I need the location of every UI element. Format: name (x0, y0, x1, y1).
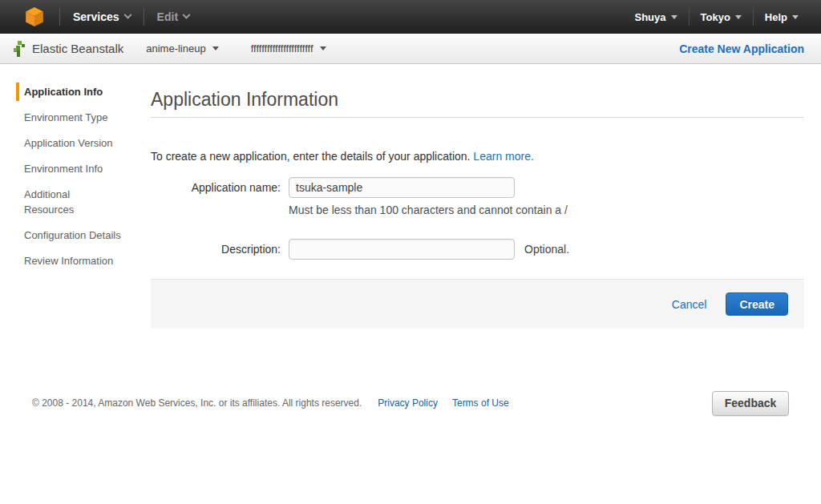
application-name-help-text: Must be less than 100 characters and can… (289, 204, 568, 216)
application-dropdown[interactable]: anime-lineup (146, 42, 218, 54)
services-menu-label: Services (73, 10, 119, 23)
application-name-label: Application name: (151, 177, 289, 216)
create-new-application-link[interactable]: Create New Application (679, 42, 804, 55)
sidebar-item-environment-info[interactable]: Environment Info (16, 159, 138, 178)
intro-text: To create a new application, enter the d… (151, 150, 804, 163)
copyright-text: © 2008 - 2014, Amazon Web Services, Inc.… (32, 397, 362, 409)
chevron-down-icon (123, 10, 131, 18)
description-input[interactable] (289, 239, 515, 260)
user-menu-label: Shuya (634, 11, 665, 23)
help-menu-label: Help (765, 11, 787, 23)
page-footer: © 2008 - 2014, Amazon Web Services, Inc.… (32, 390, 789, 416)
aws-logo-icon[interactable] (24, 6, 47, 28)
topbar-right-group: Shuya Tokyo Help (634, 8, 799, 26)
edit-menu-label: Edit (157, 10, 178, 23)
top-nav-bar: Services Edit Shuya Tokyo Help (0, 0, 821, 34)
divider (144, 8, 144, 26)
divider (59, 8, 60, 26)
intro-text-body: To create a new application, enter the d… (151, 150, 470, 163)
form-action-bar: Cancel Create (151, 279, 804, 329)
region-menu-label: Tokyo (701, 11, 730, 23)
caret-down-icon (792, 15, 799, 19)
caret-down-icon (735, 15, 742, 19)
description-label: Description: (151, 239, 289, 260)
edit-menu[interactable]: Edit (157, 10, 189, 23)
terms-of-use-link[interactable]: Terms of Use (452, 397, 509, 409)
sidebar-item-additional-resources[interactable]: Additional Resources (16, 185, 138, 219)
description-field-group (289, 239, 515, 260)
description-optional-note: Optional. (524, 239, 569, 260)
sidebar-item-environment-type[interactable]: Environment Type (16, 108, 138, 127)
sidebar-item-review-information[interactable]: Review Information (16, 252, 138, 270)
divider (753, 8, 754, 26)
privacy-policy-link[interactable]: Privacy Policy (378, 397, 438, 409)
caret-down-icon (212, 46, 219, 50)
application-name-input[interactable] (289, 177, 515, 198)
title-divider (151, 117, 804, 118)
sidebar-item-configuration-details[interactable]: Configuration Details (16, 226, 138, 244)
cancel-button[interactable]: Cancel (672, 298, 707, 311)
divider (689, 8, 690, 26)
region-menu[interactable]: Tokyo (701, 11, 742, 23)
main-content: Application Information To create a new … (151, 77, 804, 329)
feedback-button[interactable]: Feedback (712, 391, 789, 416)
user-menu[interactable]: Shuya (634, 11, 677, 23)
environment-dropdown[interactable]: fffffffffffffffffffffff (251, 42, 326, 54)
sidebar-item-application-info[interactable]: Application Info (16, 83, 138, 101)
page-title: Application Information (151, 87, 804, 111)
environment-dropdown-value: fffffffffffffffffffffff (251, 42, 313, 54)
application-name-row: Application name: Must be less than 100 … (151, 177, 804, 216)
application-dropdown-value: anime-lineup (146, 42, 205, 54)
services-menu[interactable]: Services (73, 10, 131, 23)
chevron-down-icon (183, 10, 191, 18)
help-menu[interactable]: Help (765, 11, 799, 23)
elastic-beanstalk-icon (11, 39, 27, 58)
aws-console-window: Services Edit Shuya Tokyo Help (0, 0, 821, 504)
caret-down-icon (671, 15, 677, 19)
description-row: Description: Optional. (151, 239, 804, 260)
wizard-steps-sidebar: Application Info Environment Type Applic… (16, 83, 138, 277)
create-button[interactable]: Create (726, 292, 788, 316)
caret-down-icon (320, 46, 326, 50)
service-name: Elastic Beanstalk (32, 42, 123, 55)
application-name-field-group: Must be less than 100 characters and can… (289, 177, 568, 216)
sidebar-item-application-version[interactable]: Application Version (16, 134, 138, 152)
service-nav-bar: Elastic Beanstalk anime-lineup fffffffff… (0, 34, 821, 64)
learn-more-link[interactable]: Learn more. (473, 150, 533, 163)
